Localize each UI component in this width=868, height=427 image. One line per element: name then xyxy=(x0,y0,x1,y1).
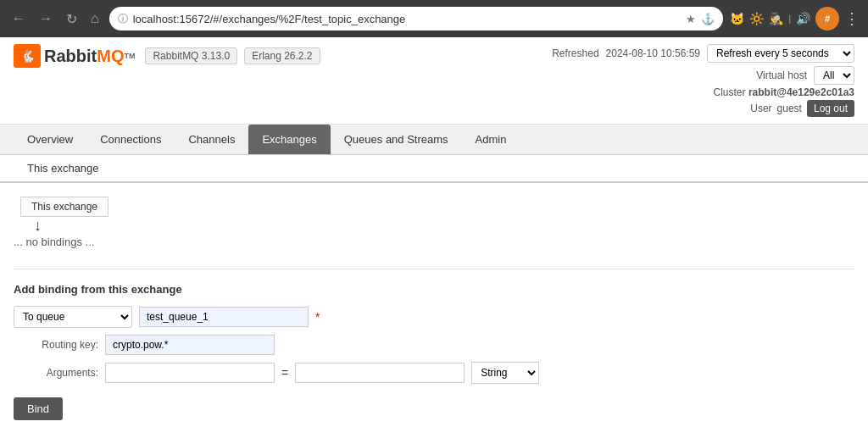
user-row: User guest Log out xyxy=(552,100,854,117)
lock-icon: ⓘ xyxy=(118,12,128,26)
extension-icon-3[interactable]: 🕵 xyxy=(769,12,783,25)
nav-channels[interactable]: Channels xyxy=(175,125,248,154)
app-container: 🐇 RabbitMQTM RabbitMQ 3.13.0 Erlang 26.2… xyxy=(0,37,868,427)
erlang-version: Erlang 26.2.2 xyxy=(244,47,320,64)
destination-input[interactable] xyxy=(139,307,309,327)
add-binding-title: Add binding from this exchange xyxy=(14,283,854,296)
bind-button[interactable]: Bind xyxy=(14,397,63,420)
nav-overview[interactable]: Overview xyxy=(14,125,86,154)
arguments-type-select[interactable]: String Number Boolean xyxy=(471,362,539,384)
logo-mq-text: MQ xyxy=(97,47,124,66)
main-nav: Overview Connections Channels Exchanges … xyxy=(0,125,868,155)
nav-exchanges[interactable]: Exchanges xyxy=(248,125,330,154)
header-right: Refreshed 2024-08-10 10:56:59 Refresh ev… xyxy=(552,44,854,117)
refreshed-label: Refreshed xyxy=(552,47,598,59)
browser-address-bar[interactable]: ⓘ localhost:15672/#/exchanges/%2F/test_t… xyxy=(109,7,724,30)
browser-chrome: ← → ↻ ⌂ ⓘ localhost:15672/#/exchanges/%2… xyxy=(0,0,868,37)
cluster-row: Cluster rabbit@4e129e2c01a3 xyxy=(552,86,854,98)
this-exchange-box: This exchange xyxy=(20,197,108,217)
sub-nav: This exchange xyxy=(0,155,868,183)
vhost-select[interactable]: All / xyxy=(814,66,854,85)
vhost-row: Virtual host All / xyxy=(552,66,854,85)
refresh-select[interactable]: Refresh every 5 seconds Refresh every 10… xyxy=(707,44,854,63)
browser-refresh-button[interactable]: ↻ xyxy=(63,8,81,30)
routing-key-label: Routing key: xyxy=(14,339,98,351)
nav-connections[interactable]: Connections xyxy=(86,125,175,154)
user-avatar[interactable]: # xyxy=(815,7,839,30)
app-header: 🐇 RabbitMQTM RabbitMQ 3.13.0 Erlang 26.2… xyxy=(0,37,868,125)
refresh-row: Refreshed 2024-08-10 10:56:59 Refresh ev… xyxy=(552,44,854,63)
cluster-label: Cluster xyxy=(714,86,746,98)
extension-icon-4[interactable]: 🔊 xyxy=(796,12,810,25)
nav-admin[interactable]: Admin xyxy=(462,125,520,154)
arguments-label: Arguments: xyxy=(14,367,98,379)
required-star: * xyxy=(315,310,320,324)
nav-queues-and-streams[interactable]: Queues and Streams xyxy=(331,125,462,154)
extension-icon-1[interactable]: 🐱 xyxy=(730,12,744,25)
rabbitmq-version: RabbitMQ 3.13.0 xyxy=(145,47,237,64)
browser-forward-button[interactable]: → xyxy=(36,8,56,30)
menu-icon[interactable]: ⋮ xyxy=(844,9,860,28)
routing-key-input[interactable] xyxy=(105,335,275,355)
refreshed-time: 2024-08-10 10:56:59 xyxy=(606,47,700,59)
arguments-key-input[interactable] xyxy=(105,363,275,383)
rabbit-icon: 🐇 xyxy=(14,44,41,68)
browser-right-area: 🐱 🔆 🕵 | 🔊 # ⋮ xyxy=(730,7,860,30)
arguments-value-input[interactable] xyxy=(295,363,465,383)
add-binding-section: Add binding from this exchange To queue … xyxy=(14,269,854,420)
logo-tm-text: TM xyxy=(124,52,135,60)
no-bindings-text: ... no bindings ... xyxy=(14,236,94,248)
destination-type-select[interactable]: To queue To exchange xyxy=(14,306,132,328)
extension-icon-2[interactable]: 🔆 xyxy=(749,12,764,25)
bindings-section: This exchange ↓ ... no bindings ... xyxy=(14,197,854,248)
star-icon: ★ xyxy=(686,13,696,25)
vhost-label: Virtual host xyxy=(756,69,807,81)
browser-back-button[interactable]: ← xyxy=(8,8,29,30)
user-label: User xyxy=(750,103,771,114)
arguments-row: Arguments: = String Number Boolean xyxy=(14,362,854,384)
username: guest xyxy=(777,103,802,114)
browser-home-button[interactable]: ⌂ xyxy=(87,8,103,30)
content-area: This exchange ↓ ... no bindings ... Add … xyxy=(0,183,868,427)
version-info: RabbitMQ 3.13.0 Erlang 26.2.2 xyxy=(145,47,320,64)
routing-key-row: Routing key: xyxy=(14,335,854,355)
logo-area: 🐇 RabbitMQTM RabbitMQ 3.13.0 Erlang 26.2… xyxy=(14,44,320,68)
subnav-this-exchange[interactable]: This exchange xyxy=(14,155,113,181)
logout-button[interactable]: Log out xyxy=(807,100,854,117)
arrow-down-icon: ↓ xyxy=(34,217,854,236)
equals-sign: = xyxy=(281,366,288,380)
separator: | xyxy=(788,14,791,24)
browser-url: localhost:15672/#/exchanges/%2F/test_top… xyxy=(133,13,682,25)
bookmark-icon: ⚓ xyxy=(701,13,715,25)
cluster-name: rabbit@4e129e2c01a3 xyxy=(748,86,854,98)
destination-row: To queue To exchange * xyxy=(14,306,854,328)
rabbitmq-logo: 🐇 RabbitMQTM xyxy=(14,44,135,68)
logo-rabbit-text: Rabbit xyxy=(44,47,97,66)
